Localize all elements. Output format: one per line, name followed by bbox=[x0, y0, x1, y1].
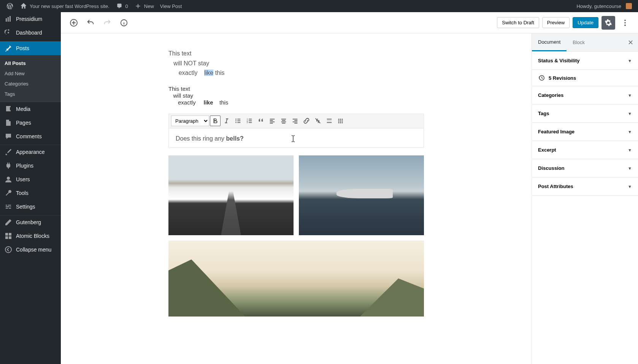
sidebar-item-tools[interactable]: Tools bbox=[0, 186, 61, 200]
post-attributes-label: Post Attributes bbox=[538, 184, 573, 189]
svg-rect-16 bbox=[237, 119, 240, 120]
plug-icon bbox=[5, 162, 12, 169]
comment-icon bbox=[116, 2, 123, 10]
sidebar-item-pages[interactable]: Pages bbox=[0, 116, 61, 130]
sidebar-item-atomic-blocks[interactable]: Atomic Blocks bbox=[0, 229, 61, 243]
update-button[interactable]: Update bbox=[573, 17, 598, 28]
gallery-image-plane[interactable] bbox=[299, 155, 424, 235]
svg-point-9 bbox=[5, 247, 11, 253]
svg-point-17 bbox=[235, 120, 236, 122]
avatar-icon bbox=[626, 3, 632, 9]
close-panel-button[interactable]: ✕ bbox=[626, 38, 635, 47]
svg-rect-0 bbox=[6, 18, 7, 22]
panel-header-status[interactable]: Status & Visibility ▼ bbox=[532, 52, 638, 70]
site-title: Your new super fast WordPress site. bbox=[30, 3, 110, 9]
editor-body: This text will NOT stay exactly like thi… bbox=[61, 33, 638, 364]
pencil-icon bbox=[5, 218, 12, 226]
sidebar-item-posts[interactable]: Posts bbox=[0, 41, 61, 55]
editor-canvas[interactable]: This text will NOT stay exactly like thi… bbox=[61, 33, 532, 364]
bullet-list-button[interactable] bbox=[233, 116, 243, 126]
home-icon bbox=[20, 2, 27, 10]
new-content-link[interactable]: New bbox=[131, 0, 157, 12]
panel-header-excerpt[interactable]: Excerpt ▼ bbox=[532, 141, 638, 159]
svg-rect-47 bbox=[342, 120, 343, 122]
panel-header-featured-image[interactable]: Featured Image ▼ bbox=[532, 123, 638, 141]
svg-rect-48 bbox=[338, 122, 340, 123]
numbered-list-button[interactable]: 123 bbox=[244, 116, 255, 126]
posts-submenu: All Posts Add New Categories Tags bbox=[0, 55, 61, 102]
info-button[interactable] bbox=[117, 16, 131, 30]
link-button[interactable] bbox=[301, 116, 312, 126]
svg-rect-39 bbox=[327, 119, 332, 120]
chevron-down-icon: ▼ bbox=[628, 184, 632, 189]
excerpt-label: Excerpt bbox=[538, 147, 556, 153]
chevron-down-icon: ▼ bbox=[628, 111, 632, 116]
bold-button[interactable] bbox=[210, 116, 221, 126]
toolbar-toggle-button[interactable] bbox=[335, 116, 346, 126]
submenu-add-new[interactable]: Add New bbox=[0, 68, 61, 79]
svg-rect-33 bbox=[281, 122, 286, 122]
pressidium-icon bbox=[5, 15, 12, 23]
text-line-3b: this bbox=[213, 70, 224, 76]
gallery-image-mountains[interactable] bbox=[168, 241, 424, 317]
align-right-button[interactable] bbox=[290, 116, 300, 126]
align-left-button[interactable] bbox=[267, 116, 278, 126]
revisions-row[interactable]: 5 Revisions bbox=[532, 70, 638, 86]
canvas-inner: This text will NOT stay exactly like thi… bbox=[163, 49, 429, 317]
submenu-all-posts[interactable]: All Posts bbox=[0, 58, 61, 68]
svg-rect-35 bbox=[293, 119, 298, 120]
align-center-button[interactable] bbox=[278, 116, 289, 126]
sidebar-item-settings[interactable]: Settings bbox=[0, 200, 61, 214]
settings-toggle-button[interactable] bbox=[601, 16, 615, 30]
panel-header-post-attributes[interactable]: Post Attributes ▼ bbox=[532, 177, 638, 195]
sidebar-item-pressidium[interactable]: Pressidium bbox=[0, 12, 61, 26]
sidebar-item-users[interactable]: Users bbox=[0, 173, 61, 186]
svg-rect-22 bbox=[249, 119, 252, 120]
wp-logo[interactable] bbox=[3, 0, 17, 12]
highlighted-text: like bbox=[204, 70, 213, 76]
dashboard-label: Dashboard bbox=[16, 30, 42, 36]
panel-header-categories[interactable]: Categories ▼ bbox=[532, 86, 638, 104]
format-select[interactable]: Paragraph bbox=[171, 116, 209, 126]
gallery-block[interactable] bbox=[163, 155, 429, 317]
quote-button[interactable] bbox=[256, 116, 266, 126]
tab-document[interactable]: Document bbox=[532, 33, 567, 51]
sidebar-item-dashboard[interactable]: Dashboard bbox=[0, 26, 61, 40]
sidebar-item-gutenberg[interactable]: Gutenberg bbox=[0, 215, 61, 229]
italic-button[interactable] bbox=[221, 116, 232, 126]
site-name-link[interactable]: Your new super fast WordPress site. bbox=[17, 0, 113, 12]
redo-button[interactable] bbox=[100, 16, 114, 30]
verse-block[interactable]: This text will stay exactly like this bbox=[163, 85, 429, 106]
my-account-link[interactable]: Howdy, gutencourse bbox=[573, 0, 635, 12]
chevron-down-icon: ▼ bbox=[628, 166, 632, 171]
submenu-categories[interactable]: Categories bbox=[0, 79, 61, 89]
unlink-button[interactable] bbox=[313, 116, 323, 126]
pages-label: Pages bbox=[16, 120, 31, 126]
collapse-icon bbox=[5, 246, 12, 253]
switch-draft-button[interactable]: Switch to Draft bbox=[497, 17, 539, 28]
read-more-button[interactable] bbox=[324, 116, 335, 126]
classic-text: Does this ring any bbox=[176, 135, 226, 142]
sidebar-item-appearance[interactable]: Appearance bbox=[0, 145, 61, 159]
more-menu-button[interactable] bbox=[618, 16, 632, 30]
panel-header-tags[interactable]: Tags ▼ bbox=[532, 104, 638, 122]
sidebar-item-collapse[interactable]: Collapse menu bbox=[0, 243, 61, 256]
preview-button[interactable]: Preview bbox=[542, 17, 570, 28]
submenu-tags[interactable]: Tags bbox=[0, 89, 61, 99]
paragraph-block[interactable]: This text will NOT stay exactly like thi… bbox=[163, 49, 429, 78]
sidebar-item-plugins[interactable]: Plugins bbox=[0, 159, 61, 173]
panel-header-discussion[interactable]: Discussion ▼ bbox=[532, 159, 638, 177]
sidebar-item-comments[interactable]: Comments bbox=[0, 130, 61, 143]
undo-button[interactable] bbox=[84, 16, 97, 30]
gallery-image-road[interactable] bbox=[168, 155, 294, 235]
svg-rect-46 bbox=[340, 120, 341, 122]
tab-block[interactable]: Block bbox=[567, 33, 591, 51]
view-post-link[interactable]: View Post bbox=[157, 0, 185, 12]
comments-link[interactable]: 0 bbox=[113, 0, 131, 12]
sidebar-item-media[interactable]: Media bbox=[0, 102, 61, 116]
svg-point-15 bbox=[235, 119, 236, 120]
classic-content-area[interactable]: Does this ring any bells? bbox=[169, 128, 424, 147]
categories-label: Categories bbox=[538, 92, 563, 98]
history-icon bbox=[538, 74, 545, 81]
add-block-button[interactable] bbox=[67, 16, 81, 30]
